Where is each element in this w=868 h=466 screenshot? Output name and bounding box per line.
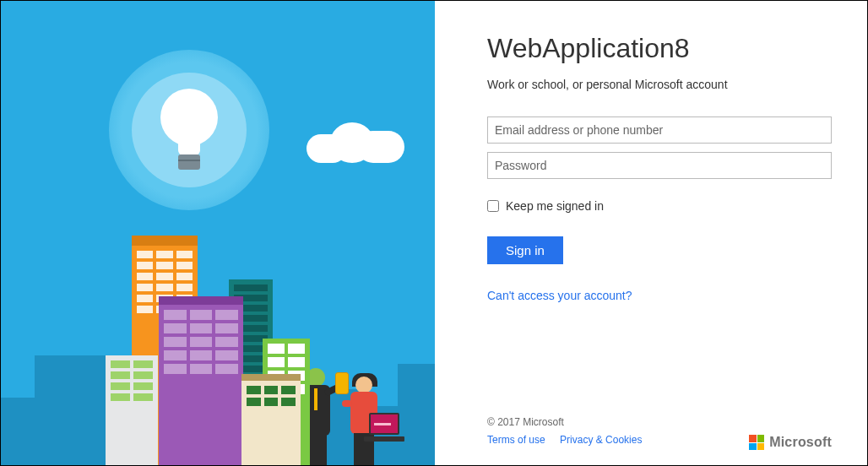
- lightbulb-neck: [178, 140, 200, 155]
- illustration-panel: [1, 1, 435, 465]
- microsoft-logo: Microsoft: [749, 435, 832, 450]
- lightbulb-icon: [160, 89, 218, 146]
- signin-panel: WebApplication8 Work or school, or perso…: [435, 1, 867, 465]
- app-title: WebApplication8: [487, 33, 832, 64]
- terms-link[interactable]: Terms of use: [487, 434, 545, 446]
- laptop-icon: [364, 413, 404, 442]
- cant-access-link[interactable]: Can't access your account?: [487, 289, 632, 302]
- privacy-link[interactable]: Privacy & Cookies: [560, 434, 642, 446]
- footer: © 2017 Microsoft Terms of use Privacy & …: [487, 414, 832, 450]
- lightbulb-base: [178, 154, 200, 170]
- microsoft-squares-icon: [749, 435, 764, 450]
- subtitle: Work or school, or personal Microsoft ac…: [487, 78, 832, 91]
- password-input[interactable]: [487, 152, 832, 179]
- cloud-icon: [307, 119, 408, 161]
- building-purple: [159, 305, 243, 465]
- signin-button[interactable]: Sign in: [487, 236, 563, 264]
- microsoft-wordmark: Microsoft: [769, 435, 832, 450]
- remember-label: Keep me signed in: [506, 199, 604, 213]
- silhouette-building: [35, 355, 111, 465]
- copyright: © 2017 Microsoft: [487, 414, 654, 432]
- building-beige: [241, 381, 301, 465]
- remember-row[interactable]: Keep me signed in: [487, 199, 832, 213]
- email-input[interactable]: [487, 116, 832, 144]
- building-grey: [106, 355, 158, 465]
- remember-checkbox[interactable]: [487, 200, 499, 212]
